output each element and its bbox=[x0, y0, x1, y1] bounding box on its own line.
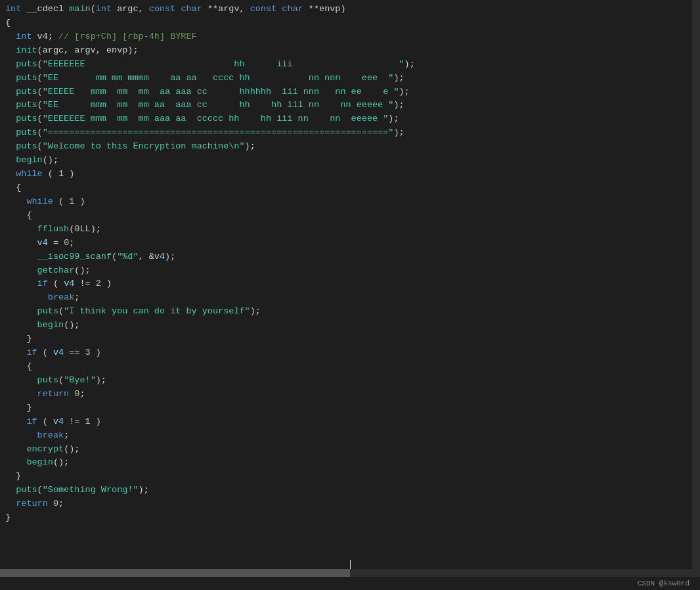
code-token bbox=[5, 87, 16, 97]
code-line: if ( v4 != 2 ) bbox=[0, 277, 700, 291]
code-line: puts("Something Wrong!"); bbox=[0, 484, 700, 497]
code-line: } bbox=[0, 511, 700, 525]
code-token bbox=[5, 32, 16, 41]
code-line: { bbox=[0, 360, 700, 374]
code-token: puts bbox=[16, 141, 37, 151]
code-token: ; bbox=[58, 499, 64, 509]
code-line: { bbox=[0, 209, 700, 223]
code-token: puts bbox=[16, 100, 37, 110]
code-token: if bbox=[26, 417, 37, 426]
code-line: encrypt(); bbox=[0, 443, 700, 457]
code-token: (); bbox=[74, 265, 90, 275]
code-token: ); bbox=[393, 73, 404, 83]
code-token: **argv, bbox=[202, 4, 250, 14]
code-token: ) bbox=[74, 196, 85, 206]
code-line: } bbox=[0, 470, 700, 484]
code-token bbox=[5, 320, 37, 330]
code-token: main bbox=[69, 4, 90, 14]
horizontal-scrollbar[interactable] bbox=[0, 569, 700, 577]
code-token: != bbox=[64, 417, 85, 426]
code-token bbox=[5, 169, 16, 179]
code-token: } bbox=[5, 403, 32, 413]
code-editor: int __cdecl main(int argc, const char **… bbox=[0, 0, 700, 590]
code-token: const bbox=[250, 4, 277, 14]
code-token: { bbox=[5, 361, 32, 371]
code-content: int __cdecl main(int argc, const char **… bbox=[0, 3, 700, 525]
code-line: break; bbox=[0, 429, 700, 443]
code-token: ( bbox=[37, 348, 53, 357]
code-line: __isoc99_scanf("%d", &v4); bbox=[0, 250, 700, 264]
code-token: ); bbox=[245, 141, 255, 151]
code-line: puts("EE mmm mm mm aa aaa cc hh hh iii n… bbox=[0, 99, 700, 112]
code-token: puts bbox=[16, 114, 37, 124]
code-token: ( bbox=[112, 252, 117, 261]
code-token: ); bbox=[388, 114, 399, 124]
code-token: __cdecl bbox=[21, 4, 69, 14]
code-token: ); bbox=[393, 127, 404, 137]
vertical-scrollbar[interactable] bbox=[692, 0, 700, 577]
code-line: while ( 1 ) bbox=[0, 168, 700, 181]
code-token: __isoc99_scanf bbox=[37, 252, 112, 261]
code-line: return 0; bbox=[0, 388, 700, 401]
code-token: v4; bbox=[32, 32, 59, 41]
code-token bbox=[5, 279, 37, 288]
code-token: puts bbox=[16, 127, 37, 137]
code-token: puts bbox=[16, 73, 37, 83]
code-token: ); bbox=[91, 224, 101, 234]
code-token: ( bbox=[37, 485, 43, 495]
code-token: } bbox=[5, 471, 21, 481]
code-token: { bbox=[5, 183, 21, 193]
code-token: v4 bbox=[53, 417, 64, 426]
code-token bbox=[5, 100, 16, 110]
code-token bbox=[5, 417, 26, 426]
code-token: "I think you can do it by yourself" bbox=[64, 306, 250, 316]
code-line: int v4; // [rsp+Ch] [rbp-4h] BYREF bbox=[0, 30, 700, 44]
code-line: int __cdecl main(int argc, const char **… bbox=[0, 3, 700, 16]
code-token bbox=[5, 306, 37, 316]
code-token: ( bbox=[43, 169, 58, 179]
code-token: 3 bbox=[85, 348, 91, 357]
watermark-text: CSDN @ksw0rd bbox=[638, 579, 689, 587]
code-token bbox=[5, 485, 16, 495]
code-token: v4 bbox=[53, 348, 64, 357]
code-token bbox=[5, 73, 16, 83]
code-token bbox=[48, 499, 53, 509]
code-token: char bbox=[181, 4, 202, 14]
code-token: puts bbox=[16, 59, 37, 69]
code-line: puts("EEEEE mmm mm mm aa aaa cc hhhhhh i… bbox=[0, 85, 700, 99]
code-token: ; bbox=[64, 430, 69, 440]
code-token: (); bbox=[43, 155, 58, 165]
code-line: fflush(0LL); bbox=[0, 223, 700, 237]
scrollbar-thumb-h[interactable] bbox=[0, 569, 350, 577]
code-line: } bbox=[0, 332, 700, 346]
code-token: puts bbox=[16, 485, 37, 495]
code-token: ( bbox=[58, 375, 64, 385]
code-token: begin bbox=[37, 320, 64, 330]
code-token: ); bbox=[250, 306, 261, 316]
code-token: ( bbox=[37, 100, 43, 110]
code-line: if ( v4 == 3 ) bbox=[0, 346, 700, 360]
code-token: **envp) bbox=[303, 4, 346, 14]
code-token: ( bbox=[53, 196, 69, 206]
code-token: getchar bbox=[37, 265, 75, 275]
code-token bbox=[5, 252, 37, 261]
code-token: ( bbox=[37, 73, 43, 83]
code-token: puts bbox=[16, 87, 37, 97]
code-token: return bbox=[37, 389, 70, 399]
code-line: puts("I think you can do it by yourself"… bbox=[0, 305, 700, 319]
code-token bbox=[5, 265, 37, 275]
code-token: puts bbox=[37, 306, 58, 316]
code-token: char bbox=[282, 4, 303, 14]
code-token bbox=[5, 224, 37, 234]
code-token bbox=[5, 430, 37, 440]
code-token: ); bbox=[96, 375, 106, 385]
code-token: "=======================================… bbox=[43, 127, 394, 137]
code-token: 0 bbox=[53, 499, 58, 509]
code-token bbox=[5, 141, 16, 151]
code-token: break bbox=[37, 430, 64, 440]
code-line: puts("EEEEEEE hh iii "); bbox=[0, 58, 700, 72]
code-token: ( bbox=[37, 127, 43, 137]
code-line: while ( 1 ) bbox=[0, 195, 700, 209]
code-token bbox=[5, 155, 16, 165]
code-line: puts("EEEEEEE mmm mm mm aaa aa ccccc hh … bbox=[0, 112, 700, 126]
